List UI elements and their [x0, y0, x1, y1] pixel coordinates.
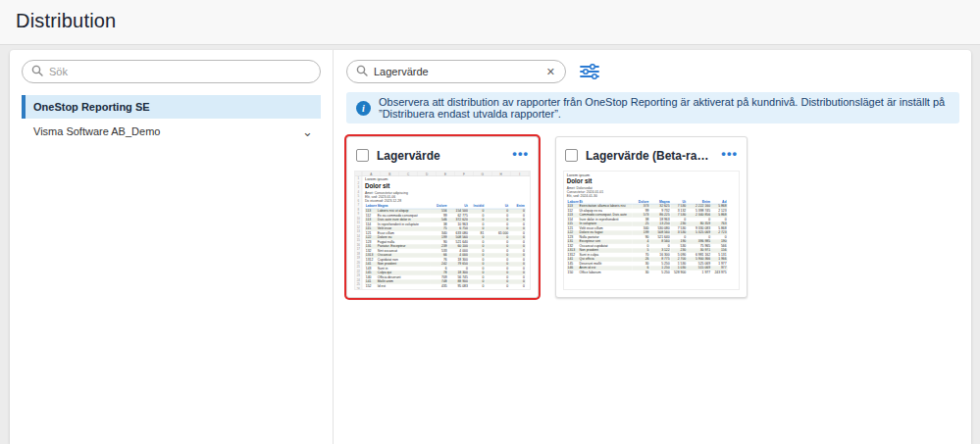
left-search-input[interactable]: [49, 66, 311, 77]
report-select-checkbox[interactable]: [356, 149, 369, 162]
card-title: Lagervärde (Beta-rapport): [586, 149, 713, 163]
app-header: Distribution: [0, 0, 980, 45]
card-menu-button[interactable]: •••: [721, 147, 738, 164]
left-panel: OneStop Reporting SE Visma Software AB_D…: [10, 50, 334, 444]
info-icon: i: [356, 101, 371, 116]
card-title: Lagervärde: [377, 149, 504, 163]
clear-search-icon[interactable]: ✕: [545, 66, 556, 78]
reports-toolbar: ✕: [346, 60, 959, 83]
report-select-checkbox[interactable]: [565, 149, 578, 162]
search-icon: [31, 63, 43, 80]
report-search-box[interactable]: ✕: [346, 60, 566, 83]
tree-child-label: Visma Software AB_Demo: [33, 125, 160, 137]
company-tree: OneStop Reporting SE Visma Software AB_D…: [22, 95, 321, 144]
tree-root-label: OneStop Reporting SE: [33, 101, 150, 113]
card-header: Lagervärde •••: [354, 145, 531, 171]
card-header: Lagervärde (Beta-rapport) •••: [563, 145, 740, 171]
thumb-inner: ABCDEFGHI1234567891011121314151617181920…: [355, 172, 531, 290]
chevron-down-icon[interactable]: ⌄: [302, 125, 313, 138]
distribution-info-banner: i Observera att distribution av rapporte…: [346, 92, 959, 123]
content-sheet: OneStop Reporting SE Visma Software AB_D…: [10, 50, 971, 444]
thumb-inner: Lorem ipsumDolor sitAmet: DolorsedatCons…: [564, 172, 740, 290]
cards-row: Lagervärde ••• ABCDEFGHI1234567891011121…: [346, 136, 959, 298]
filter-icon[interactable]: [580, 64, 599, 79]
report-card[interactable]: Lagervärde (Beta-rapport) ••• Lorem ipsu…: [555, 136, 748, 298]
report-thumbnail[interactable]: ABCDEFGHI1234567891011121314151617181920…: [354, 171, 531, 290]
tree-item-onestop-reporting-se[interactable]: OneStop Reporting SE: [22, 95, 321, 119]
tree-item-visma-software-ab-demo[interactable]: Visma Software AB_Demo ⌄: [22, 119, 321, 144]
report-card[interactable]: Lagervärde ••• ABCDEFGHI1234567891011121…: [346, 136, 539, 298]
left-search-box[interactable]: [22, 60, 321, 83]
card-menu-button[interactable]: •••: [512, 147, 529, 164]
report-thumbnail[interactable]: Lorem ipsumDolor sitAmet: DolorsedatCons…: [563, 171, 740, 290]
page-title: Distribution: [16, 10, 116, 32]
right-panel: ✕ i Observera att distribution av rappor…: [335, 50, 971, 444]
report-search-input[interactable]: [374, 66, 540, 77]
search-icon: [356, 63, 368, 80]
banner-text: Observera att distribution av rapporter …: [379, 96, 950, 120]
